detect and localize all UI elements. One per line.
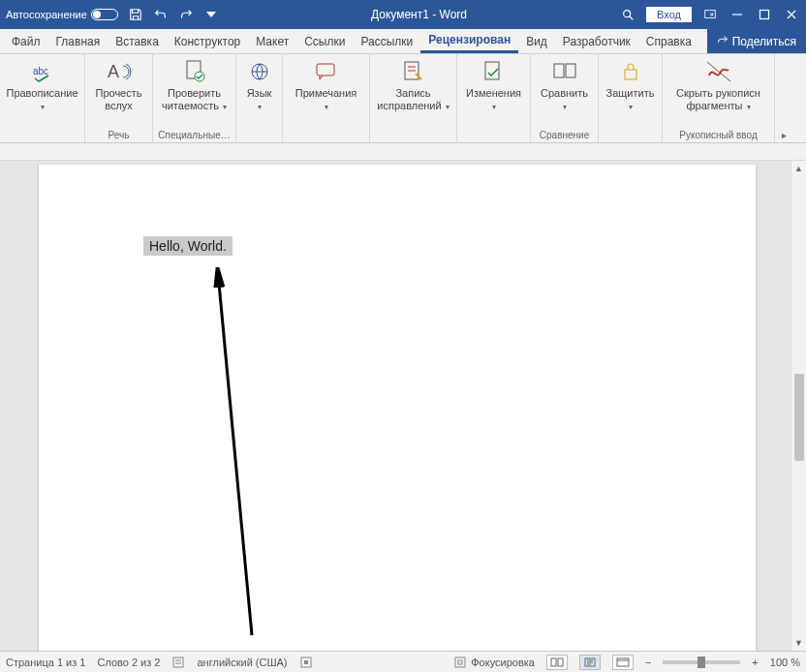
- ribbon-tabs: Файл Главная Вставка Конструктор Макет С…: [0, 29, 806, 54]
- group-language: Язык▾: [236, 54, 283, 142]
- ribbon-display-options-icon[interactable]: [701, 6, 719, 23]
- compare-label: Сравнить: [541, 87, 588, 99]
- zoom-slider[interactable]: [663, 660, 740, 664]
- close-button[interactable]: [783, 6, 800, 23]
- zoom-level[interactable]: 100 %: [770, 657, 800, 668]
- read-aloud-icon: A: [104, 58, 135, 85]
- status-language[interactable]: английский (США): [198, 657, 288, 668]
- compare-button[interactable]: Сравнить▾: [535, 56, 594, 111]
- document-title: Документ1 - Word: [219, 8, 619, 21]
- language-label: Язык: [247, 87, 272, 99]
- tab-file[interactable]: Файл: [4, 29, 48, 53]
- ribbon-collapse-icon[interactable]: ▸: [775, 54, 792, 142]
- tab-layout[interactable]: Макет: [248, 29, 296, 53]
- protect-button[interactable]: Защитить▾: [603, 56, 658, 111]
- read-aloud-label: Прочесть вслух: [91, 87, 146, 111]
- svg-rect-8: [317, 64, 334, 76]
- comments-button[interactable]: Примечания▾: [287, 56, 365, 111]
- macro-status-icon[interactable]: [299, 656, 313, 669]
- selected-text[interactable]: Hello, World.: [143, 236, 232, 256]
- scroll-thumb[interactable]: [794, 374, 804, 461]
- svg-text:A: A: [108, 62, 119, 81]
- language-button[interactable]: Язык▾: [240, 56, 278, 111]
- share-label: Поделиться: [732, 35, 796, 48]
- status-page[interactable]: Страница 1 из 1: [6, 657, 85, 668]
- svg-rect-21: [558, 658, 563, 666]
- svg-rect-13: [625, 70, 636, 79]
- scroll-up-icon[interactable]: ▲: [791, 161, 806, 176]
- protect-label: Защитить: [606, 87, 655, 99]
- tab-mailings[interactable]: Рассылки: [353, 29, 420, 53]
- track-changes-button[interactable]: Запись исправлений ▾: [374, 56, 452, 111]
- zoom-in-button[interactable]: +: [752, 657, 758, 668]
- tab-help[interactable]: Справка: [638, 29, 699, 53]
- group-speech: A Прочесть вслух Речь: [85, 54, 153, 142]
- focus-icon: [453, 656, 467, 669]
- group-tracking: Запись исправлений ▾: [370, 54, 457, 142]
- svg-rect-15: [173, 657, 183, 667]
- title-bar: Автосохранение Документ1 - Word Вход: [0, 0, 806, 29]
- check-readability-button[interactable]: Проверить читаемость ▾: [157, 56, 232, 111]
- document-page[interactable]: Hello, World.: [39, 165, 756, 651]
- group-accessibility: Проверить читаемость ▾ Специальные…: [153, 54, 236, 142]
- status-word-count[interactable]: Слово 2 из 2: [97, 657, 160, 668]
- tab-references[interactable]: Ссылки: [296, 29, 353, 53]
- autosave-toggle[interactable]: [91, 9, 118, 20]
- ribbon: abc Правописание▾ A Прочесть вслух Речь …: [0, 54, 806, 143]
- scroll-down-icon[interactable]: ▼: [791, 635, 806, 651]
- track-changes-label: Запись исправлений: [377, 87, 441, 111]
- tab-view[interactable]: Вид: [518, 29, 555, 53]
- web-layout-button[interactable]: [612, 655, 634, 670]
- vertical-scrollbar[interactable]: ▲ ▼: [790, 161, 806, 651]
- share-button[interactable]: Поделиться: [707, 29, 806, 53]
- spelling-button[interactable]: abc Правописание▾: [4, 56, 80, 111]
- group-protect: Защитить▾: [599, 54, 663, 142]
- ink-icon: [703, 58, 734, 85]
- horizontal-ruler[interactable]: [0, 143, 806, 161]
- tab-home[interactable]: Главная: [48, 29, 108, 53]
- hide-ink-button[interactable]: Скрыть рукописн фрагменты ▾: [666, 56, 770, 111]
- undo-icon[interactable]: [153, 7, 169, 22]
- group-changes: Изменения▾: [457, 54, 531, 142]
- changes-button[interactable]: Изменения▾: [461, 56, 526, 111]
- svg-rect-23: [617, 658, 629, 666]
- minimize-button[interactable]: [728, 6, 746, 23]
- group-ink: Скрыть рукописн фрагменты ▾ Рукописный в…: [663, 54, 775, 142]
- svg-rect-2: [760, 11, 769, 19]
- login-button[interactable]: Вход: [646, 7, 692, 22]
- check-readability-label: Проверить читаемость: [162, 87, 221, 111]
- spell-status-icon[interactable]: [172, 656, 186, 669]
- save-icon[interactable]: [128, 7, 143, 22]
- lock-icon: [615, 58, 646, 85]
- svg-point-0: [624, 11, 631, 17]
- qat-customize-icon[interactable]: [203, 7, 219, 22]
- tab-insert[interactable]: Вставка: [108, 29, 167, 53]
- redo-icon[interactable]: [178, 7, 194, 22]
- maximize-button[interactable]: [756, 6, 773, 23]
- search-icon[interactable]: [619, 6, 636, 23]
- print-layout-button[interactable]: [579, 655, 601, 670]
- language-icon: [244, 58, 275, 85]
- svg-rect-1: [705, 11, 716, 18]
- spelling-icon: abc: [27, 58, 58, 85]
- tab-design[interactable]: Конструктор: [167, 29, 248, 53]
- group-compare: Сравнить▾ Сравнение: [531, 54, 599, 142]
- group-comments: Примечания▾: [283, 54, 370, 142]
- read-aloud-button[interactable]: A Прочесть вслух: [89, 56, 148, 111]
- tab-developer[interactable]: Разработчик: [555, 29, 638, 53]
- focus-label: Фокусировка: [471, 657, 535, 668]
- svg-rect-20: [551, 658, 556, 666]
- read-mode-button[interactable]: [546, 655, 568, 670]
- track-changes-icon: [398, 58, 429, 85]
- group-ink-label: Рукописный ввод: [666, 129, 770, 142]
- compare-icon: [549, 58, 580, 85]
- focus-mode-button[interactable]: Фокусировка: [453, 656, 535, 669]
- changes-icon: [479, 58, 510, 85]
- svg-rect-12: [566, 64, 575, 77]
- document-workspace: Hello, World. ▲ ▼: [0, 161, 806, 651]
- zoom-out-button[interactable]: −: [645, 657, 651, 668]
- tab-review[interactable]: Рецензирован: [420, 29, 518, 53]
- arrow-shape[interactable]: [184, 267, 262, 645]
- svg-rect-17: [304, 660, 308, 664]
- group-speech-label: Речь: [89, 129, 148, 142]
